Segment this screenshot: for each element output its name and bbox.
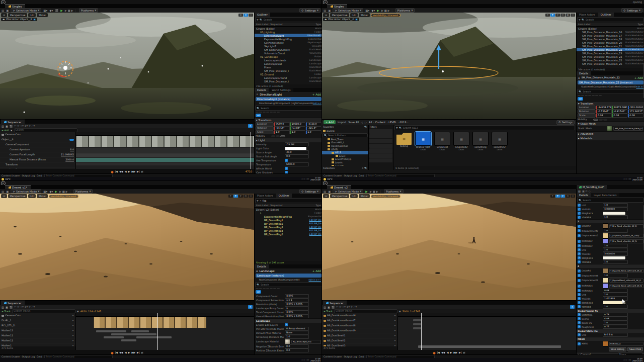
property-row[interactable]: Component Count✓4,096 [255, 294, 322, 298]
static-mesh-section[interactable]: ▾ Static Mesh [577, 121, 644, 126]
category-chip[interactable] [581, 95, 584, 96]
parameter-checkbox[interactable]: ✓ [578, 212, 581, 215]
taskbar-app-icon[interactable] [463, 177, 466, 180]
view-mode-dropdown[interactable]: Lit [28, 13, 35, 17]
settings-dropdown[interactable]: ⚙Settings▼ [299, 8, 320, 13]
taskbar-app-icon[interactable] [471, 177, 474, 180]
static-mesh-row[interactable]: Static MeshSM_Pine_Distance_Base_01 [577, 126, 644, 131]
tree-folder[interactable]: GraceHill_L [322, 141, 368, 145]
taskbar-app-icon[interactable] [454, 358, 457, 361]
show-dropdown[interactable]: Show [359, 194, 370, 198]
cb-add-button[interactable]: + Add [324, 120, 336, 124]
tree-folder[interactable]: LevelPrototyp [322, 158, 368, 161]
materials-section[interactable]: ▸ Materials [577, 136, 644, 140]
save-sibling-button[interactable]: Save Sibling [609, 347, 626, 351]
taskbar-app-icon[interactable] [458, 358, 461, 361]
clock[interactable]: 17:282025/4/23 [310, 358, 320, 362]
next-key-button[interactable]: ▶▶ [131, 170, 135, 173]
taskbar-app-icon[interactable] [162, 177, 165, 180]
selection-mode-dropdown[interactable]: ➤Selection Mode▼ [11, 8, 41, 13]
curve-editor-icon[interactable]: n [570, 305, 575, 309]
perspective-dropdown[interactable]: Perspective [330, 13, 349, 17]
property-row[interactable]: Streaming Distance Multiplier✓1.0 [255, 335, 322, 339]
parameter-row[interactable]: ✓COLOR4T_Rippled_Sand_vdfmvbl3_4K_D [577, 268, 644, 274]
tray-icons[interactable]: ∧ ▭ ◁)) [623, 178, 631, 180]
mobility-option[interactable] [271, 135, 275, 137]
instance-row[interactable]: SM_Pine_Distance_Mountain_22 (Instance) [578, 80, 643, 84]
outliner-row[interactable]: SkyAtmosphereSkyAtmosph [255, 41, 322, 44]
outliner-row[interactable]: Desert_v2 (Editor)World [255, 208, 322, 211]
seq-frame[interactable]: 5000 [403, 310, 409, 313]
category-chip[interactable] [592, 95, 595, 96]
outliner-row[interactable]: SM_Pine_Distance_Mountain_17StaticMeshAc… [577, 34, 644, 37]
material-asset-tab[interactable]: M_SandBig_Inst* [577, 185, 607, 189]
track-row[interactable]: Current Focal Length21.098862 [0, 152, 75, 157]
save-icon[interactable]: ▤ [2, 9, 4, 12]
timeline-q1[interactable] [76, 132, 254, 169]
taskbar-app-icon[interactable] [488, 177, 491, 180]
tree-root[interactable]: qiuling [327, 130, 335, 132]
taskbar-app-icon[interactable] [459, 177, 462, 180]
add-track-button[interactable]: + Add [2, 129, 9, 132]
taskbar-app-icon[interactable] [479, 177, 482, 180]
asset-tile[interactable]: ▦testing [395, 132, 413, 147]
category-chip[interactable] [273, 288, 276, 289]
taskbar-app-icon[interactable] [144, 358, 147, 361]
show-dropdown[interactable]: Show [359, 13, 370, 17]
parameter-checkbox[interactable]: ✓ [578, 333, 581, 336]
property-row[interactable]: Positive ZBounds Extension✓0.0 [255, 348, 322, 352]
parameter-row[interactable]: ✓NORMAL21.0 [577, 244, 644, 248]
outliner-row[interactable]: Singles (Editor)World [255, 27, 322, 30]
track-row[interactable]: CameraComponent [0, 142, 75, 147]
advanced-section[interactable]: ▸ Advanced [577, 131, 644, 136]
parameter-row[interactable]: ✓UV41.0 [577, 293, 644, 297]
sequencer-tab[interactable]: Sequencer [1, 301, 25, 305]
record-button[interactable]: ● [111, 351, 113, 354]
maximize-icon[interactable]: ⛶ [249, 195, 253, 198]
platforms-dropdown[interactable]: Platforms▼ [384, 189, 404, 194]
property-row[interactable]: Light Color✓ [255, 146, 322, 150]
parameter-row[interactable]: ✓MASKRGBA02_A [577, 341, 644, 346]
seq-render-icon[interactable]: 🎬 [10, 306, 13, 309]
category-chip[interactable] [259, 288, 262, 289]
outliner-row[interactable]: PlaneStaticMesh [255, 65, 322, 69]
viewport-menu-icon[interactable]: ≡ [1, 13, 7, 17]
parameter-checkbox[interactable]: ✓ [578, 256, 581, 259]
property-row[interactable]: Per LOD Override Materials✓0 Array eleme… [255, 327, 322, 331]
tree-folder[interactable]: Level [322, 154, 368, 158]
parameter-checkbox[interactable]: ✓ [578, 252, 581, 255]
taskbar-app-icon[interactable] [466, 358, 469, 361]
property-row[interactable]: Landscape Proxy Count✓1 [255, 306, 322, 310]
taskbar-app-icon[interactable] [152, 358, 155, 361]
outliner-row[interactable]: BP_DesertFog5Edit BP_De [255, 232, 322, 236]
parameter-checkbox[interactable]: ✓ [578, 289, 581, 292]
track-row[interactable]: NS_DustSmall1+ [322, 333, 397, 338]
taskbar-app-icon[interactable] [132, 358, 135, 361]
favorites-header[interactable]: Favorites [323, 126, 334, 128]
taskbar-app-icon[interactable] [484, 177, 487, 180]
parameter-row[interactable]: ✓BBNJB3C3 [577, 256, 644, 260]
parameter-search[interactable]: 🔍Search [577, 198, 644, 203]
play-button[interactable]: ▶ [365, 190, 368, 193]
outliner-row[interactable]: SkyLight2SkyLight [255, 44, 322, 48]
parameter-checkbox[interactable]: ✓ [578, 225, 581, 228]
property-row[interactable]: Use Temperature✓ [255, 158, 322, 162]
play-button[interactable]: ▶ [60, 9, 63, 12]
parameter-row[interactable]: ✓MASK [577, 337, 644, 341]
viewport-q4[interactable]: ≡ Perspective Lit Show Availability / Un… [322, 194, 576, 300]
asset-thumbnail[interactable]: ▦ [472, 132, 489, 146]
add-track-button[interactable]: + Track [2, 310, 11, 313]
track-row[interactable]: NS_DustAcrossGround9+ [322, 328, 397, 333]
tree-folder[interactable]: 0213 [322, 151, 368, 154]
viewport-menu-icon[interactable]: ≡ [1, 194, 7, 198]
track-row[interactable]: Manual Focus Distance (Focus2000.0 [0, 157, 75, 162]
outliner-row[interactable]: LandscapeGroundLandscape [255, 76, 322, 79]
property-row[interactable]: Enable Edit Layers✓ [255, 323, 322, 327]
save-icon[interactable]: ▤ [324, 9, 326, 12]
level-tab[interactable]: Singles [5, 4, 25, 8]
outliner-row[interactable]: Singles (Editor)World [577, 27, 644, 30]
blueprints-icon[interactable]: ◆▾ [49, 9, 53, 12]
perspective-dropdown[interactable]: Perspective [330, 194, 349, 198]
light-section[interactable]: ▾ Light [255, 138, 322, 142]
camera-speed-icon[interactable]: ▥ [238, 14, 243, 17]
